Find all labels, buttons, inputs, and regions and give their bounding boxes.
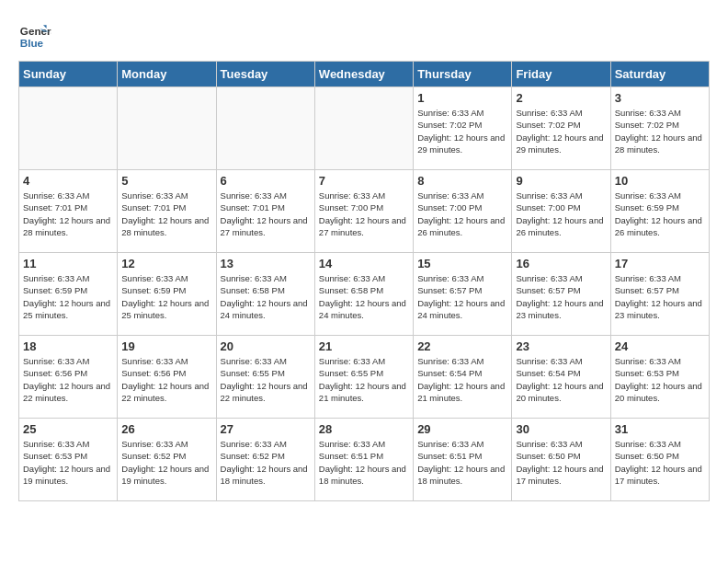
day-info: Sunrise: 6:33 AMSunset: 6:50 PMDaylight:… (615, 438, 705, 487)
day-info: Sunrise: 6:33 AMSunset: 6:52 PMDaylight:… (121, 438, 211, 487)
day-number: 14 (319, 257, 409, 270)
calendar-cell: 23Sunrise: 6:33 AMSunset: 6:54 PMDayligh… (512, 336, 610, 419)
day-number: 30 (516, 422, 606, 436)
calendar-cell: 12Sunrise: 6:33 AMSunset: 6:59 PMDayligh… (118, 253, 216, 336)
day-info: Sunrise: 6:33 AMSunset: 7:00 PMDaylight:… (319, 190, 409, 238)
day-number: 28 (319, 422, 409, 436)
weekday-header-monday: Monday (118, 62, 216, 87)
page-header: General Blue (18, 18, 710, 52)
day-info: Sunrise: 6:33 AMSunset: 6:55 PMDaylight:… (319, 355, 409, 404)
day-number: 12 (121, 257, 211, 270)
calendar-cell: 5Sunrise: 6:33 AMSunset: 7:01 PMDaylight… (118, 170, 216, 253)
day-number: 18 (23, 339, 113, 353)
calendar-cell (118, 87, 216, 170)
calendar-table: SundayMondayTuesdayWednesdayThursdayFrid… (18, 61, 710, 501)
day-info: Sunrise: 6:33 AMSunset: 6:50 PMDaylight:… (516, 438, 606, 487)
day-number: 17 (615, 257, 705, 270)
calendar-cell: 17Sunrise: 6:33 AMSunset: 6:57 PMDayligh… (610, 253, 709, 336)
day-info: Sunrise: 6:33 AMSunset: 7:02 PMDaylight:… (516, 107, 606, 155)
day-info: Sunrise: 6:33 AMSunset: 6:54 PMDaylight:… (516, 355, 606, 404)
day-info: Sunrise: 6:33 AMSunset: 7:02 PMDaylight:… (417, 107, 507, 155)
day-info: Sunrise: 6:33 AMSunset: 6:58 PMDaylight:… (221, 272, 311, 321)
calendar-cell: 24Sunrise: 6:33 AMSunset: 6:53 PMDayligh… (610, 336, 709, 419)
day-info: Sunrise: 6:33 AMSunset: 7:01 PMDaylight:… (121, 190, 211, 238)
day-info: Sunrise: 6:33 AMSunset: 6:56 PMDaylight:… (23, 355, 113, 404)
day-number: 1 (417, 91, 507, 105)
calendar-cell: 9Sunrise: 6:33 AMSunset: 7:00 PMDaylight… (512, 170, 610, 253)
day-number: 4 (23, 174, 113, 188)
day-info: Sunrise: 6:33 AMSunset: 7:00 PMDaylight:… (516, 190, 606, 238)
calendar-cell: 4Sunrise: 6:33 AMSunset: 7:01 PMDaylight… (19, 170, 118, 253)
day-info: Sunrise: 6:33 AMSunset: 6:53 PMDaylight:… (23, 438, 113, 487)
day-info: Sunrise: 6:33 AMSunset: 6:58 PMDaylight:… (319, 272, 409, 321)
day-number: 21 (319, 339, 409, 353)
day-number: 16 (516, 257, 606, 270)
calendar-cell: 16Sunrise: 6:33 AMSunset: 6:57 PMDayligh… (512, 253, 610, 336)
weekday-header-thursday: Thursday (414, 62, 512, 87)
day-number: 7 (319, 174, 409, 188)
calendar-cell: 18Sunrise: 6:33 AMSunset: 6:56 PMDayligh… (19, 336, 118, 419)
day-info: Sunrise: 6:33 AMSunset: 7:01 PMDaylight:… (221, 190, 311, 238)
weekday-header-wednesday: Wednesday (314, 62, 413, 87)
calendar-cell: 2Sunrise: 6:33 AMSunset: 7:02 PMDaylight… (512, 87, 610, 170)
calendar-cell: 28Sunrise: 6:33 AMSunset: 6:51 PMDayligh… (314, 419, 413, 501)
day-info: Sunrise: 6:33 AMSunset: 6:54 PMDaylight:… (417, 355, 507, 404)
day-number: 20 (221, 339, 311, 353)
day-info: Sunrise: 6:33 AMSunset: 7:02 PMDaylight:… (615, 107, 705, 155)
svg-text:Blue: Blue (20, 37, 44, 49)
day-number: 22 (417, 339, 507, 353)
calendar-cell: 14Sunrise: 6:33 AMSunset: 6:58 PMDayligh… (314, 253, 413, 336)
day-number: 13 (221, 257, 311, 270)
logo: General Blue (18, 18, 51, 52)
day-number: 31 (615, 422, 705, 436)
calendar-cell: 30Sunrise: 6:33 AMSunset: 6:50 PMDayligh… (512, 419, 610, 501)
day-number: 23 (516, 339, 606, 353)
day-number: 11 (23, 257, 113, 270)
day-info: Sunrise: 6:33 AMSunset: 7:01 PMDaylight:… (23, 190, 113, 238)
day-info: Sunrise: 6:33 AMSunset: 6:51 PMDaylight:… (417, 438, 507, 487)
day-number: 25 (23, 422, 113, 436)
day-number: 29 (417, 422, 507, 436)
day-number: 5 (121, 174, 211, 188)
calendar-cell (19, 87, 118, 170)
calendar-cell: 11Sunrise: 6:33 AMSunset: 6:59 PMDayligh… (19, 253, 118, 336)
weekday-header-sunday: Sunday (19, 62, 118, 87)
calendar-cell: 29Sunrise: 6:33 AMSunset: 6:51 PMDayligh… (414, 419, 512, 501)
calendar-cell: 8Sunrise: 6:33 AMSunset: 7:00 PMDaylight… (414, 170, 512, 253)
day-number: 10 (615, 174, 705, 188)
day-info: Sunrise: 6:33 AMSunset: 6:59 PMDaylight:… (121, 272, 211, 321)
calendar-cell: 7Sunrise: 6:33 AMSunset: 7:00 PMDaylight… (314, 170, 413, 253)
day-number: 6 (221, 174, 311, 188)
day-info: Sunrise: 6:33 AMSunset: 6:55 PMDaylight:… (221, 355, 311, 404)
day-number: 9 (516, 174, 606, 188)
calendar-cell: 3Sunrise: 6:33 AMSunset: 7:02 PMDaylight… (610, 87, 709, 170)
day-number: 26 (121, 422, 211, 436)
calendar-cell (216, 87, 314, 170)
weekday-header-friday: Friday (512, 62, 610, 87)
calendar-cell: 25Sunrise: 6:33 AMSunset: 6:53 PMDayligh… (19, 419, 118, 501)
day-info: Sunrise: 6:33 AMSunset: 6:59 PMDaylight:… (615, 190, 705, 238)
day-number: 15 (417, 257, 507, 270)
calendar-cell: 19Sunrise: 6:33 AMSunset: 6:56 PMDayligh… (118, 336, 216, 419)
day-info: Sunrise: 6:33 AMSunset: 6:57 PMDaylight:… (516, 272, 606, 321)
calendar-cell: 27Sunrise: 6:33 AMSunset: 6:52 PMDayligh… (216, 419, 314, 501)
day-number: 24 (615, 339, 705, 353)
weekday-header-tuesday: Tuesday (216, 62, 314, 87)
calendar-cell: 20Sunrise: 6:33 AMSunset: 6:55 PMDayligh… (216, 336, 314, 419)
day-number: 19 (121, 339, 211, 353)
calendar-cell: 22Sunrise: 6:33 AMSunset: 6:54 PMDayligh… (414, 336, 512, 419)
calendar-cell: 6Sunrise: 6:33 AMSunset: 7:01 PMDaylight… (216, 170, 314, 253)
logo-icon: General Blue (18, 18, 51, 52)
day-number: 8 (417, 174, 507, 188)
weekday-header-saturday: Saturday (610, 62, 709, 87)
day-info: Sunrise: 6:33 AMSunset: 7:00 PMDaylight:… (417, 190, 507, 238)
calendar-cell: 31Sunrise: 6:33 AMSunset: 6:50 PMDayligh… (610, 419, 709, 501)
day-number: 2 (516, 91, 606, 105)
calendar-cell: 26Sunrise: 6:33 AMSunset: 6:52 PMDayligh… (118, 419, 216, 501)
calendar-cell: 13Sunrise: 6:33 AMSunset: 6:58 PMDayligh… (216, 253, 314, 336)
day-info: Sunrise: 6:33 AMSunset: 6:57 PMDaylight:… (615, 272, 705, 321)
day-info: Sunrise: 6:33 AMSunset: 6:59 PMDaylight:… (23, 272, 113, 321)
calendar-cell (314, 87, 413, 170)
day-info: Sunrise: 6:33 AMSunset: 6:57 PMDaylight:… (417, 272, 507, 321)
calendar-cell: 15Sunrise: 6:33 AMSunset: 6:57 PMDayligh… (414, 253, 512, 336)
